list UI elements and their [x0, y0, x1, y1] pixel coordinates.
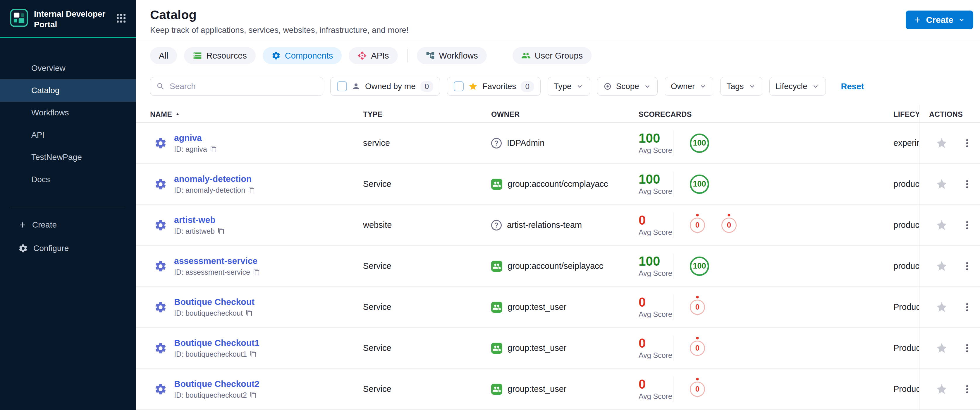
sidebar-item-catalog[interactable]: Catalog	[0, 79, 136, 102]
owner-dropdown[interactable]: Owner	[665, 77, 713, 96]
table-row[interactable]: Boutique Checkout2 ID: boutiquecheckout2…	[136, 369, 980, 410]
scorecard-badge[interactable]: 0	[690, 381, 705, 397]
search-input[interactable]	[169, 81, 317, 91]
sidebar-create-button[interactable]: Create	[0, 213, 136, 237]
entity-name-link[interactable]: anomaly-detection	[174, 174, 255, 184]
scorecard-badge[interactable]: 0	[690, 300, 705, 315]
entity-name-link[interactable]: assessment-service	[174, 256, 260, 266]
column-header-owner[interactable]: OWNER	[491, 110, 639, 119]
create-button[interactable]: Create	[906, 11, 973, 29]
table-row[interactable]: Boutique Checkout ID: boutiquecheckout S…	[136, 287, 980, 328]
copy-icon[interactable]	[253, 268, 260, 276]
sidebar-item-overview[interactable]: Overview	[0, 57, 136, 79]
kebab-menu-icon[interactable]	[962, 384, 972, 394]
avg-score-label: Avg Score	[639, 351, 673, 360]
favorite-star-icon[interactable]	[935, 178, 948, 190]
component-gear-icon	[154, 178, 167, 191]
entity-name-link[interactable]: artist-web	[174, 215, 225, 225]
tab-resources-label: Resources	[206, 51, 247, 61]
entity-id: ID: assessment-service	[174, 268, 250, 276]
owner-name: group:test_user	[508, 343, 566, 353]
owned-by-me-checkbox[interactable]	[337, 81, 347, 91]
column-header-scorecards[interactable]: SCORECARDS	[639, 110, 893, 119]
owned-by-me-filter: Owned by me 0	[330, 77, 440, 96]
lifecycle-dropdown[interactable]: Lifecycle	[769, 77, 826, 96]
owner-name: group:account/seiplayacc	[508, 261, 603, 271]
copy-icon[interactable]	[218, 228, 225, 235]
owner-name: group:test_user	[508, 302, 566, 312]
copy-icon[interactable]	[250, 392, 257, 399]
kebab-menu-icon[interactable]	[962, 302, 972, 313]
table-row[interactable]: agniva ID: agniva service IDPAdmin 100	[136, 123, 980, 164]
page-header: Catalog Keep track of applications, serv…	[136, 0, 980, 41]
scorecard-badge[interactable]: 0	[690, 218, 705, 233]
reset-filters-link[interactable]: Reset	[841, 82, 864, 91]
column-header-name[interactable]: NAME	[150, 110, 363, 119]
sidebar-header: Internal Developer Portal	[0, 0, 136, 37]
sidebar-item-workflows[interactable]: Workflows	[0, 102, 136, 124]
favorite-star-icon[interactable]	[935, 260, 948, 272]
tab-apis[interactable]: APIs	[349, 47, 398, 64]
score-divider	[673, 295, 673, 320]
kebab-menu-icon[interactable]	[962, 138, 972, 148]
owner-name: IDPAdmin	[507, 138, 544, 148]
scorecard-badge[interactable]: 100	[690, 134, 709, 153]
favorite-star-icon[interactable]	[935, 342, 948, 354]
copy-icon[interactable]	[210, 145, 217, 153]
entity-id: ID: boutiquecheckout	[174, 309, 243, 317]
table-row[interactable]: assessment-service ID: assessment-servic…	[136, 246, 980, 287]
tab-workflows[interactable]: Workflows	[417, 47, 487, 64]
entity-name-link[interactable]: agniva	[174, 133, 217, 143]
sidebar-item-docs[interactable]: Docs	[0, 168, 136, 191]
tab-all[interactable]: All	[150, 47, 177, 64]
tab-user-groups[interactable]: User Groups	[512, 47, 592, 64]
copy-icon[interactable]	[246, 309, 253, 317]
scorecard-badge[interactable]: 0	[721, 218, 737, 233]
sidebar-configure-button[interactable]: Configure	[0, 237, 136, 260]
avg-score-label: Avg Score	[639, 146, 673, 155]
tab-resources[interactable]: Resources	[184, 47, 256, 64]
column-header-lifecycle[interactable]: LIFECYCLE	[893, 110, 919, 119]
page-subtitle: Keep track of applications, services, we…	[150, 26, 409, 35]
catalog-table: NAME TYPE OWNER SCORECARDS LIFECYCLE ACT…	[136, 106, 980, 410]
component-gear-icon	[154, 137, 167, 150]
chevron-down-icon	[643, 82, 651, 91]
kebab-menu-icon[interactable]	[962, 343, 972, 354]
tags-dropdown[interactable]: Tags	[720, 77, 762, 96]
entity-type: Service	[363, 384, 491, 394]
apps-grid-icon[interactable]	[115, 12, 127, 25]
sidebar-item-testnewpage[interactable]: TestNewPage	[0, 146, 136, 168]
entity-name-link[interactable]: Boutique Checkout	[174, 297, 255, 307]
favorite-star-icon[interactable]	[935, 301, 948, 313]
sidebar-item-api[interactable]: API	[0, 124, 136, 146]
favorite-star-icon[interactable]	[935, 219, 948, 231]
type-dropdown[interactable]: Type	[547, 77, 590, 96]
table-row[interactable]: Boutique Checkout1 ID: boutiquecheckout1…	[136, 328, 980, 369]
kebab-menu-icon[interactable]	[962, 179, 972, 190]
copy-icon[interactable]	[248, 187, 255, 193]
owner-name: group:test_user	[508, 384, 566, 394]
column-header-type[interactable]: TYPE	[363, 110, 491, 119]
entity-lifecycle: production	[893, 220, 919, 230]
favorite-star-icon[interactable]	[935, 383, 948, 396]
scope-dropdown[interactable]: Scope	[597, 77, 658, 96]
kebab-menu-icon[interactable]	[962, 261, 972, 271]
avg-score-label: Avg Score	[639, 187, 673, 196]
chevron-down-icon	[748, 82, 756, 91]
tab-apis-label: APIs	[371, 51, 389, 61]
table-row[interactable]: artist-web ID: artistweb website artist-…	[136, 205, 980, 246]
table-row[interactable]: anomaly-detection ID: anomaly-detection …	[136, 164, 980, 205]
scorecard-badge[interactable]: 0	[690, 341, 705, 356]
tab-workflows-label: Workflows	[439, 51, 478, 61]
owned-by-me-label: Owned by me	[365, 82, 416, 91]
favorite-star-icon[interactable]	[935, 137, 948, 149]
kebab-menu-icon[interactable]	[962, 220, 972, 230]
tab-components[interactable]: Components	[263, 47, 342, 64]
scorecard-badge[interactable]: 100	[690, 257, 709, 276]
favorites-checkbox[interactable]	[454, 81, 464, 91]
entity-name-link[interactable]: Boutique Checkout1	[174, 338, 259, 348]
scorecard-badge[interactable]: 100	[690, 174, 709, 194]
entity-name-link[interactable]: Boutique Checkout2	[174, 379, 259, 389]
copy-icon[interactable]	[250, 351, 257, 357]
favorites-filter: Favorites 0	[447, 77, 541, 96]
